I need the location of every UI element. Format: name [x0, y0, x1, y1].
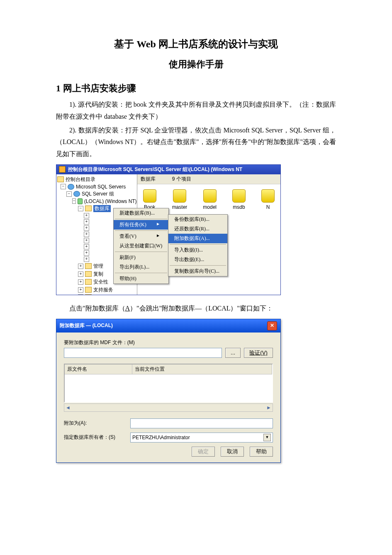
menu-restore-db[interactable]: 还原数据库(R)...: [168, 224, 227, 234]
doc-title: 基于 Web 网上书店系统的设计与实现: [56, 37, 336, 51]
doc-subtitle: 使用操作手册: [56, 58, 336, 71]
folder-icon: [85, 271, 92, 277]
server-icon: [78, 198, 82, 204]
window-title: 控制台根目录\Microsoft SQL Servers\SQL Server …: [68, 166, 242, 173]
tree-node[interactable]: 支持服务: [93, 286, 113, 293]
database-label: N: [266, 204, 270, 210]
tree-node-selected[interactable]: 数据库: [93, 205, 111, 212]
dialog-titlebar: 附加数据库 — (LOCAL) ✕: [56, 319, 280, 333]
folder-icon: [85, 279, 92, 285]
menu-new-db[interactable]: 新建数据库(B)...: [114, 208, 168, 218]
expand-icon[interactable]: +: [84, 250, 89, 256]
paragraph-2: 2). 数据库的安装：打开 SQL 企业管理器，依次点击 Microsoft S…: [56, 125, 336, 160]
expand-icon[interactable]: +: [78, 264, 83, 269]
collapse-icon[interactable]: −: [72, 198, 76, 204]
expand-icon[interactable]: +: [78, 287, 83, 293]
tree-node[interactable]: 安全性: [93, 279, 108, 286]
chevron-down-icon[interactable]: ▼: [263, 434, 271, 441]
database-label: master: [172, 204, 187, 210]
tree-node[interactable]: 复制: [93, 271, 103, 278]
menu-separator: [115, 230, 167, 231]
menu-separator: [170, 244, 226, 244]
server-group-icon: [68, 184, 74, 190]
expand-icon[interactable]: +: [84, 244, 89, 249]
browse-button[interactable]: ...: [225, 348, 241, 358]
menu-attach-db[interactable]: 附加数据库(A)...: [168, 234, 227, 243]
menu-help[interactable]: 帮助(H): [114, 274, 168, 284]
tree-node[interactable]: 管理: [93, 263, 103, 270]
tree-node[interactable]: Meta Data Services: [93, 294, 137, 295]
database-icon: [173, 189, 186, 203]
expand-icon[interactable]: +: [78, 271, 83, 277]
attach-as-input[interactable]: [130, 418, 273, 428]
list-header: 数据库 9 个项目: [137, 174, 280, 184]
menu-copy-db-wizard[interactable]: 复制数据库向导(C)...: [168, 266, 227, 276]
scroll-right-icon[interactable]: ►: [265, 405, 273, 411]
menu-export-list[interactable]: 导出列表(L)...: [114, 262, 168, 272]
menu-export-data[interactable]: 导出数据(E)...: [168, 255, 227, 264]
expand-icon[interactable]: +: [84, 257, 89, 262]
database-item[interactable]: msdb: [232, 189, 246, 210]
folder-icon: [85, 294, 92, 295]
database-item[interactable]: Book: [143, 189, 156, 210]
menu-new-window[interactable]: 从这里创建窗口(W): [114, 241, 168, 251]
paragraph-1: 1). 源代码的安装：把 book 文件夹及其中所有目录及文件拷贝到虚拟目录下。…: [56, 99, 336, 123]
app-icon: [59, 166, 66, 173]
server-group-icon: [73, 191, 80, 197]
tree-root[interactable]: 控制台根目录: [66, 176, 95, 183]
database-icon: [232, 189, 246, 203]
expand-icon[interactable]: +: [84, 213, 89, 218]
database-item[interactable]: master: [172, 189, 187, 210]
column-current-location[interactable]: 当前文件位置: [132, 364, 272, 374]
folder-icon: [85, 287, 92, 293]
expand-icon[interactable]: +: [84, 238, 89, 243]
cancel-button[interactable]: 取消: [221, 447, 244, 457]
menu-separator: [170, 265, 226, 266]
scroll-left-icon[interactable]: ◄: [64, 405, 72, 411]
folder-icon: [85, 263, 92, 269]
collapse-icon[interactable]: −: [61, 184, 66, 189]
column-original-name[interactable]: 原文件名: [65, 364, 132, 374]
database-item[interactable]: model: [203, 189, 217, 210]
db-owner-label: 指定数据库所有者：(S): [64, 434, 130, 441]
tree-node[interactable]: SQL Server 组: [82, 191, 114, 198]
database-icon: [261, 189, 275, 203]
folder-icon: [57, 176, 64, 182]
expand-icon[interactable]: +: [78, 294, 83, 295]
menu-all-tasks[interactable]: 所有任务(K): [114, 220, 168, 230]
help-button[interactable]: 帮助: [250, 447, 273, 457]
menu-refresh[interactable]: 刷新(F): [114, 253, 168, 262]
database-icon: [143, 189, 156, 203]
close-button[interactable]: ✕: [267, 321, 277, 330]
database-label: model: [203, 204, 217, 210]
collapse-icon[interactable]: −: [78, 206, 83, 211]
collapse-icon[interactable]: −: [66, 191, 72, 197]
tree-node[interactable]: Microsoft SQL Servers: [76, 184, 126, 190]
menu-separator: [115, 273, 167, 273]
verify-button[interactable]: 验证(V): [244, 348, 273, 358]
menu-separator: [115, 252, 167, 252]
menu-view[interactable]: 查看(V): [114, 232, 168, 241]
tree-node[interactable]: (LOCAL) (Windows NT): [84, 198, 137, 204]
menu-separator: [115, 219, 167, 219]
menu-import-data[interactable]: 导入数据(I)...: [168, 245, 227, 255]
database-item[interactable]: N: [261, 189, 275, 210]
expand-icon[interactable]: +: [78, 279, 83, 285]
horizontal-scrollbar[interactable]: ◄ ►: [64, 403, 273, 412]
file-list-grid[interactable]: 原文件名 当前文件位置: [64, 364, 273, 403]
expand-icon[interactable]: +: [84, 225, 89, 231]
list-header-count: 9 个项目: [172, 176, 191, 183]
ok-button[interactable]: 确定: [192, 447, 215, 457]
database-label: msdb: [233, 204, 245, 210]
database-icon: [203, 189, 217, 203]
db-owner-select[interactable]: PETERZHU\Administrator ▼: [130, 433, 273, 443]
submenu-all-tasks[interactable]: 备份数据库(B)... 还原数据库(R)... 附加数据库(A)... 导入数据…: [168, 214, 228, 276]
expand-icon[interactable]: +: [84, 232, 89, 237]
context-menu[interactable]: 新建数据库(B)... 所有任务(K) 查看(V) 从这里创建窗口(W) 刷新(…: [113, 208, 169, 284]
expand-icon[interactable]: +: [84, 219, 89, 225]
attach-db-dialog: 附加数据库 — (LOCAL) ✕ 要附加数据库的 MDF 文件：(M) ...…: [56, 319, 281, 463]
menu-backup-db[interactable]: 备份数据库(B)...: [168, 215, 227, 224]
dialog-title: 附加数据库 — (LOCAL): [60, 322, 113, 329]
mdf-file-label: 要附加数据库的 MDF 文件：(M): [64, 339, 273, 346]
mdf-file-input[interactable]: [64, 348, 222, 358]
